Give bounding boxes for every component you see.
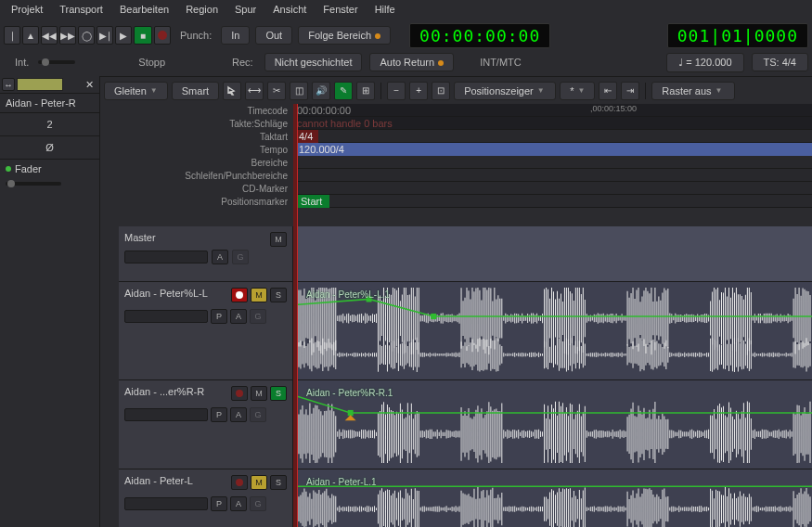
- cd-ruler[interactable]: [293, 182, 812, 195]
- primary-clock[interactable]: 00:00:00:00: [409, 23, 550, 48]
- nudge-back-button[interactable]: ⇤: [599, 82, 617, 100]
- forward-button[interactable]: ▶▶: [59, 26, 76, 45]
- fade-handle-icon[interactable]: [345, 415, 356, 420]
- playlist-button[interactable]: P: [211, 407, 227, 422]
- punch-in-button[interactable]: In: [221, 26, 250, 45]
- sync-source[interactable]: INT/MTC: [476, 57, 525, 68]
- stretch-tool[interactable]: ◫: [290, 82, 308, 100]
- ranges-ruler[interactable]: [293, 156, 812, 169]
- menu-fenster[interactable]: Fenster: [316, 2, 365, 17]
- auto-return-button[interactable]: Auto Return: [369, 53, 454, 71]
- zoom-in-button[interactable]: +: [409, 82, 428, 100]
- automation-button[interactable]: A: [230, 407, 247, 422]
- rewind-button[interactable]: ◀◀: [41, 26, 58, 45]
- audio-region[interactable]: Aidan - Peter-L.1: [295, 475, 812, 527]
- master-header[interactable]: Master M A G: [119, 226, 293, 281]
- fader-processor[interactable]: Fader: [0, 160, 99, 178]
- rec-mode-select[interactable]: Nicht geschichtet: [264, 53, 363, 71]
- menu-region[interactable]: Region: [178, 2, 226, 17]
- track-header[interactable]: Aidan - Peter-L M S P A G: [119, 469, 293, 527]
- audition-tool[interactable]: 🔊: [312, 82, 330, 100]
- strip-name[interactable]: Aidan - Peter-R: [0, 94, 99, 113]
- edit-mode-select[interactable]: Gleiten ▼: [104, 82, 168, 100]
- edit-point-select[interactable]: Positionszeiger ▼: [454, 82, 556, 100]
- master-fader[interactable]: [124, 251, 208, 264]
- timesig-display[interactable]: TS: 4/4: [752, 53, 808, 71]
- nudge-filter[interactable]: * ▼: [560, 82, 595, 100]
- loop-button[interactable]: ◯: [78, 26, 95, 45]
- track-header[interactable]: Aidan - Peter%L-L M S P A G: [119, 282, 293, 379]
- menu-spur[interactable]: Spur: [227, 2, 264, 17]
- track-fader[interactable]: [124, 310, 208, 323]
- group-button[interactable]: G: [250, 407, 266, 422]
- track-fader[interactable]: [124, 497, 208, 510]
- playhead[interactable]: [297, 104, 298, 527]
- mute-button[interactable]: M: [251, 288, 267, 302]
- track-lane[interactable]: Aidan - Peter%R-R.1: [293, 380, 812, 469]
- snap-mode-select[interactable]: Raster aus ▼: [651, 82, 735, 100]
- strip-value[interactable]: 2: [0, 113, 99, 136]
- goto-start-button[interactable]: ∣: [4, 26, 20, 45]
- zoom-fit-button[interactable]: ⊡: [432, 82, 450, 100]
- solo-button[interactable]: S: [270, 475, 287, 490]
- sidebar-arrows-icon[interactable]: ↔: [2, 78, 15, 91]
- record-button[interactable]: [154, 26, 171, 45]
- stop-button[interactable]: ■: [134, 26, 152, 45]
- goto-end-button[interactable]: ▶∣: [97, 26, 113, 45]
- tempo-display[interactable]: ♩ = 120.000: [666, 53, 743, 72]
- fader-slider[interactable]: [6, 182, 61, 186]
- rec-enable-button[interactable]: [231, 475, 248, 490]
- secondary-clock[interactable]: 001|01|0000: [667, 23, 808, 48]
- metronome-button[interactable]: ▲: [22, 26, 39, 45]
- track-name[interactable]: Aidan - Peter-L: [124, 475, 228, 486]
- beats-ruler[interactable]: cannot handle 0 bars: [293, 117, 812, 130]
- group-button[interactable]: G: [250, 496, 266, 511]
- master-automation-button[interactable]: A: [212, 250, 228, 264]
- range-tool[interactable]: ⟷: [245, 82, 264, 100]
- cut-tool[interactable]: ✂: [267, 82, 286, 100]
- timecode-ruler[interactable]: 00:00:00:00,00:00:15:00: [293, 104, 812, 117]
- object-tool[interactable]: [223, 82, 241, 100]
- track-lane[interactable]: Aidan - Peter%L-L.1: [293, 282, 812, 379]
- shuttle-slider[interactable]: [38, 60, 75, 64]
- playlist-button[interactable]: P: [211, 496, 227, 511]
- playlist-button[interactable]: P: [211, 309, 227, 324]
- strip-color-swatch[interactable]: [17, 78, 63, 91]
- master-lane[interactable]: [293, 226, 812, 281]
- markers-ruler[interactable]: Start: [293, 195, 812, 208]
- play-button[interactable]: ▶: [115, 26, 132, 45]
- master-group-button[interactable]: G: [232, 250, 249, 264]
- draw-tool[interactable]: ✎: [334, 82, 353, 100]
- audio-region[interactable]: Aidan - Peter%R-R.1: [295, 386, 812, 463]
- audio-region[interactable]: Aidan - Peter%L-L.1: [295, 288, 812, 374]
- mouse-mode-select[interactable]: Smart: [172, 82, 219, 100]
- follow-range-button[interactable]: Folge Bereich: [298, 26, 391, 45]
- menu-hilfe[interactable]: Hilfe: [367, 2, 403, 17]
- menu-bearbeiten[interactable]: Bearbeiten: [112, 2, 176, 17]
- close-strip-button[interactable]: ✕: [82, 79, 97, 91]
- mute-button[interactable]: M: [251, 475, 267, 490]
- solo-button[interactable]: S: [270, 386, 287, 401]
- menu-ansicht[interactable]: Ansicht: [265, 2, 314, 17]
- track-name[interactable]: Aidan - Peter%L-L: [124, 288, 228, 299]
- track-lane[interactable]: Aidan - Peter-L.1: [293, 469, 812, 527]
- rec-enable-button[interactable]: [231, 386, 248, 401]
- master-mute-button[interactable]: M: [270, 232, 287, 247]
- mute-button[interactable]: M: [251, 386, 267, 401]
- punch-out-button[interactable]: Out: [255, 26, 292, 45]
- rec-enable-button[interactable]: [231, 288, 248, 302]
- start-marker[interactable]: Start: [293, 195, 329, 208]
- menu-transport[interactable]: Transport: [52, 2, 110, 17]
- automation-button[interactable]: A: [230, 309, 247, 324]
- automation-button[interactable]: A: [230, 496, 247, 511]
- tempo-ruler[interactable]: 120.000/4: [293, 143, 812, 156]
- solo-button[interactable]: S: [270, 288, 287, 302]
- content-tool[interactable]: ⊞: [356, 82, 375, 100]
- group-button[interactable]: G: [250, 309, 266, 324]
- track-header[interactable]: Aidan - ...er%R-R M S P A G: [119, 380, 293, 469]
- phase-button[interactable]: Ø: [0, 136, 99, 160]
- zoom-out-button[interactable]: −: [387, 82, 406, 100]
- track-name[interactable]: Aidan - ...er%R-R: [124, 386, 228, 397]
- menu-projekt[interactable]: Projekt: [4, 2, 50, 17]
- loops-ruler[interactable]: [293, 169, 812, 182]
